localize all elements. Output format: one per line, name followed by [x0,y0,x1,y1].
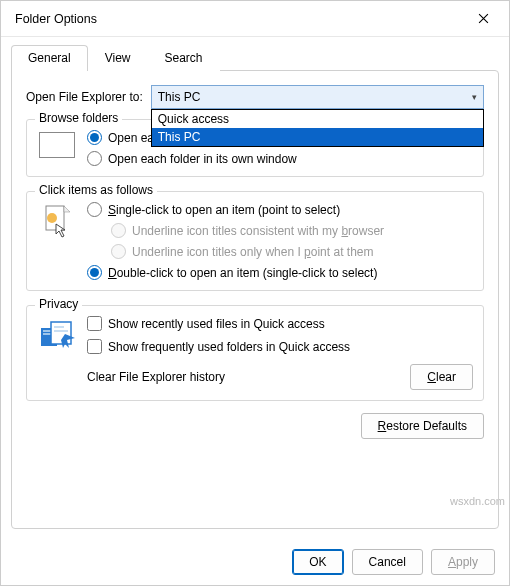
check-recent-files[interactable]: Show recently used files in Quick access [87,316,350,331]
radio-own-window-input[interactable] [87,151,102,166]
radio-double-click-label: Double-click to open an item (single-cli… [108,266,377,280]
close-icon [478,13,489,24]
privacy-clear-icon [39,318,75,350]
open-explorer-label: Open File Explorer to: [26,90,143,104]
svg-marker-1 [64,206,70,212]
radio-underline-point: Underline icon titles only when I point … [111,244,384,259]
click-items-legend: Click items as follows [35,183,157,197]
radio-single-click-input[interactable] [87,202,102,217]
dialog-content: General View Search Open File Explorer t… [1,37,509,539]
window-close-button[interactable] [461,3,505,35]
radio-own-window[interactable]: Open each folder in its own window [87,151,309,166]
svg-rect-7 [54,326,64,328]
radio-underline-browser-input [111,223,126,238]
radio-own-window-label: Open each folder in its own window [108,152,297,166]
folder-options-window: Folder Options General View Search Open … [0,0,510,586]
radio-same-window-input[interactable] [87,130,102,145]
tab-view[interactable]: View [88,45,148,71]
restore-defaults-button[interactable]: Restore Defaults [361,413,484,439]
dropdown-option-quick-access[interactable]: Quick access [152,110,483,128]
radio-underline-point-label: Underline icon titles only when I point … [132,245,373,259]
radio-single-click[interactable]: SSingle-click to open an item (point to … [87,202,384,217]
tab-general[interactable]: General [11,45,88,71]
click-items-group: Click items as follows SSingle [26,191,484,291]
pointer-document-icon [42,204,72,240]
check-recent-files-input[interactable] [87,316,102,331]
svg-rect-8 [54,330,68,332]
radio-underline-browser: Underline icon titles consistent with my… [111,223,384,238]
titlebar: Folder Options [1,1,509,37]
open-explorer-combo-value: This PC [158,90,201,104]
check-frequent-folders-input[interactable] [87,339,102,354]
open-explorer-dropdown: Quick access This PC [151,109,484,147]
browse-folders-icon-box [37,130,77,166]
radio-double-click[interactable]: Double-click to open an item (single-cli… [87,265,384,280]
dialog-footer: OK Cancel Apply [1,539,509,585]
apply-button[interactable]: Apply [431,549,495,575]
chevron-down-icon: ▾ [472,92,477,102]
clear-history-label: Clear File Explorer history [87,370,225,384]
privacy-icon-box [37,316,77,354]
tab-strip: General View Search [11,45,499,71]
radio-underline-browser-label: Underline icon titles consistent with my… [132,224,384,238]
privacy-group: Privacy [26,305,484,401]
tab-body-general: Open File Explorer to: This PC ▾ Quick a… [11,70,499,529]
browse-folders-legend: Browse folders [35,111,122,125]
clear-history-row: Clear File Explorer history Clear [37,364,473,390]
folder-window-icon [39,132,75,158]
open-explorer-row: Open File Explorer to: This PC ▾ Quick a… [26,85,484,109]
privacy-legend: Privacy [35,297,82,311]
open-explorer-combo[interactable]: This PC ▾ [151,85,484,109]
check-frequent-folders[interactable]: Show frequently used folders in Quick ac… [87,339,350,354]
ok-button[interactable]: OK [292,549,343,575]
click-items-icon-box [37,202,77,280]
check-recent-files-label: Show recently used files in Quick access [108,317,325,331]
tab-search[interactable]: Search [148,45,220,71]
restore-defaults-row: Restore Defaults [26,413,484,439]
radio-single-click-label: SSingle-click to open an item (point to … [108,203,340,217]
window-title: Folder Options [15,12,461,26]
check-frequent-folders-label: Show frequently used folders in Quick ac… [108,340,350,354]
svg-point-2 [47,213,57,223]
cancel-button[interactable]: Cancel [352,549,423,575]
svg-rect-6 [51,322,71,344]
radio-double-click-input[interactable] [87,265,102,280]
open-explorer-combo-wrap: This PC ▾ Quick access This PC [151,85,484,109]
clear-button[interactable]: Clear [410,364,473,390]
dropdown-option-this-pc[interactable]: This PC [152,128,483,146]
radio-underline-point-input [111,244,126,259]
